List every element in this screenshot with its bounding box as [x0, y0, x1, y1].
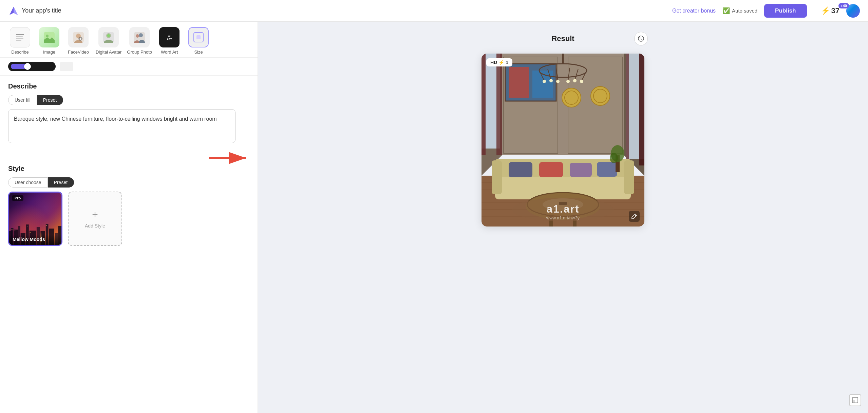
tab-digital-avatar[interactable]: Digital Avatar [96, 27, 121, 55]
describe-tab-preset[interactable]: Preset [37, 95, 63, 105]
slider-value-box [60, 62, 73, 71]
lightning-count: 37 [831, 6, 839, 15]
svg-rect-92 [597, 162, 617, 177]
hd-badge: HD ⚡ 1 [486, 58, 512, 66]
tab-digital-avatar-label: Digital Avatar [96, 50, 121, 55]
svg-rect-55 [482, 54, 486, 155]
svg-rect-56 [496, 54, 502, 155]
svg-point-67 [567, 94, 575, 102]
svg-point-82 [566, 80, 570, 83]
slider-fill [11, 64, 30, 69]
svg-point-83 [573, 79, 577, 82]
svg-point-80 [549, 79, 553, 82]
describe-tab-user-fill[interactable]: User fill [8, 95, 37, 105]
lightning-badge: ⚡ 37 +40 [821, 6, 839, 15]
facevideo-tab-icon [68, 27, 89, 47]
svg-rect-0 [16, 34, 24, 35]
describe-tab-icon [10, 27, 30, 47]
main-layout: Describe Image FaceVideo Digital Avatar [0, 22, 868, 413]
style-tab-preset[interactable]: Preset [48, 177, 74, 188]
describe-textarea[interactable]: Baroque style, new Chinese furniture, fl… [8, 109, 235, 143]
style-tab-user-choose[interactable]: User choose [8, 177, 48, 188]
svg-text:AI: AI [168, 35, 171, 37]
result-title: Result [551, 34, 574, 43]
header-right: Get creator bonus ✅ Auto saved Publish ⚡… [672, 4, 860, 18]
svg-rect-39 [30, 232, 31, 233]
svg-rect-89 [509, 162, 532, 177]
svg-point-14 [136, 34, 139, 38]
svg-rect-40 [46, 225, 47, 226]
slider-thumb [24, 63, 31, 70]
tab-word-art[interactable]: AIART Word Art [157, 27, 181, 55]
lightning-icon: ⚡ [821, 6, 830, 15]
tab-describe-label: Describe [11, 50, 29, 55]
tab-group-photo[interactable]: Group Photo [127, 27, 152, 55]
svg-rect-38 [27, 226, 27, 227]
style-card-label: Mellow Moods [9, 235, 61, 245]
svg-rect-106 [852, 400, 855, 403]
history-icon [638, 35, 644, 42]
add-style-card[interactable]: + Add Style [68, 192, 122, 246]
plus-badge: +40 [838, 3, 849, 8]
svg-point-81 [556, 80, 560, 83]
add-style-label: Add Style [85, 223, 105, 229]
style-section-title: Style [8, 165, 249, 173]
tab-describe[interactable]: Describe [8, 27, 32, 55]
logo-area: Your app's title [8, 5, 61, 16]
tab-size[interactable]: Size [187, 27, 210, 55]
style-grid: Pro Mellow Moods + Add Style [8, 192, 249, 246]
style-tabs-row: User choose Preset [8, 177, 249, 188]
svg-point-84 [580, 80, 583, 83]
size-tab-icon [188, 27, 209, 47]
svg-rect-88 [624, 160, 634, 194]
edit-icon-button[interactable] [629, 211, 640, 222]
result-header-right [574, 32, 648, 45]
logo-icon [8, 5, 19, 16]
digital-avatar-tab-icon [98, 27, 119, 47]
header-divider [814, 5, 814, 17]
creator-bonus-button[interactable]: Get creator bonus [672, 8, 716, 14]
expand-icon [852, 397, 858, 404]
describe-section: Describe User fill Preset Baroque style,… [0, 76, 258, 144]
publish-button[interactable]: Publish [764, 4, 807, 18]
app-title: Your app's title [22, 7, 61, 14]
style-section: Style User choose Preset [0, 158, 258, 246]
corner-expand-button[interactable] [849, 394, 861, 406]
tab-size-label: Size [194, 50, 203, 55]
svg-rect-20 [196, 35, 201, 39]
style-card-mellow-moods[interactable]: Pro Mellow Moods [8, 192, 62, 246]
check-icon: ✅ [722, 7, 730, 15]
slider-area [0, 58, 258, 76]
svg-rect-3 [16, 40, 21, 41]
style-card-pro-badge: Pro [12, 195, 23, 201]
describe-tabs-row: User fill Preset [8, 95, 249, 105]
history-button[interactable] [634, 32, 648, 45]
svg-point-70 [596, 92, 604, 100]
add-style-plus-icon: + [92, 209, 98, 220]
svg-rect-58 [639, 54, 644, 165]
tab-facevideo-label: FaceVideo [68, 50, 89, 55]
svg-rect-2 [16, 38, 23, 39]
tab-facevideo[interactable]: FaceVideo [67, 27, 90, 55]
describe-section-title: Describe [8, 82, 249, 90]
svg-point-103 [610, 153, 618, 163]
svg-rect-91 [570, 163, 592, 177]
tab-image[interactable]: Image [37, 27, 61, 55]
result-image-container: HD ⚡ 1 a1.art www.a1.art/nw3y [482, 54, 644, 227]
svg-point-15 [139, 33, 143, 37]
tab-group-photo-label: Group Photo [127, 50, 152, 55]
tab-image-label: Image [43, 50, 55, 55]
hd-text: HD [490, 60, 497, 65]
arrow-svg [209, 151, 249, 165]
svg-point-5 [46, 35, 49, 37]
svg-rect-59 [626, 54, 629, 165]
room-illustration [482, 54, 644, 227]
left-panel: Describe Image FaceVideo Digital Avatar [0, 22, 258, 413]
svg-rect-90 [539, 162, 563, 177]
result-header: Result [478, 32, 648, 45]
svg-point-79 [543, 80, 546, 83]
slider-track[interactable] [8, 62, 56, 71]
watermark-main-text: a1.art [482, 203, 644, 215]
watermark-sub-text: www.a1.art/nw3y [482, 215, 644, 220]
header: Your app's title Get creator bonus ✅ Aut… [0, 0, 868, 22]
